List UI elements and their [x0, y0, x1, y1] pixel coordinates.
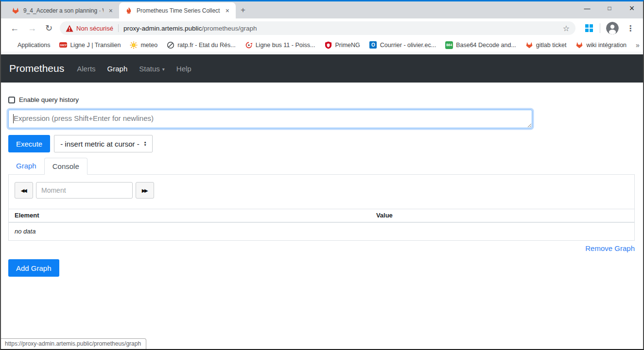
link-status-bar: https://proxy-admin.artemis.public/prome… — [1, 338, 146, 349]
query-history-row: Enable query history — [8, 96, 635, 103]
results-table: Element Value no data — [9, 209, 634, 240]
query-history-checkbox[interactable] — [8, 97, 15, 103]
fast-forward-button[interactable]: ▶▶ — [136, 182, 154, 199]
insert-metric-select[interactable]: - insert metric at cursor - ▴▾ — [54, 135, 152, 152]
new-tab-button[interactable]: + — [236, 5, 250, 15]
nav-item-help[interactable]: Help — [176, 65, 191, 73]
window-controls: — □ × — [576, 0, 643, 17]
browser-window: 9_4_Acceder a son planning · Wik × Prome… — [0, 0, 644, 350]
browser-menu-icon[interactable]: ⋮ — [623, 24, 638, 33]
address-bar[interactable]: Non sécurisé proxy-admin.artemis.public/… — [60, 21, 575, 35]
maximize-button[interactable]: □ — [598, 0, 621, 17]
add-graph-button[interactable]: Add Graph — [8, 259, 59, 277]
security-warning-label[interactable]: Non sécurisé — [76, 25, 113, 32]
bookmark-label: Applications — [17, 42, 50, 49]
gitlab-icon — [12, 7, 19, 15]
select-arrows-icon: ▴▾ — [144, 141, 146, 147]
remove-graph-link[interactable]: Remove Graph — [585, 244, 635, 252]
omnibox-separator — [118, 24, 119, 32]
browser-toolbar: ← → ↻ Non sécurisé proxy-admin.artemis.p… — [1, 18, 643, 38]
toolbar-separator — [600, 23, 600, 33]
prometheus-icon — [125, 7, 133, 15]
bookmark-label: meteo — [140, 42, 157, 49]
nav-item-graph[interactable]: Graph — [107, 65, 128, 73]
tab-prometheus[interactable]: Prometheus Time Series Collectio × — [119, 2, 236, 18]
bookmarks-overflow-icon[interactable]: » — [636, 41, 640, 49]
tab-title: Prometheus Time Series Collectio — [137, 7, 220, 14]
sun-icon — [130, 41, 138, 49]
result-tabs: Graph Console — [8, 158, 635, 174]
tab-gitlab-wiki[interactable]: 9_4_Acceder a son planning · Wik × — [6, 2, 119, 18]
bookmark-label: Ligne J | Transilien — [70, 42, 121, 49]
expression-input[interactable] — [8, 110, 532, 128]
bookmark-gitlab-ticket[interactable]: gitlab ticket — [525, 41, 567, 49]
query-history-label: Enable query history — [19, 96, 79, 103]
bookmark-wiki-integration[interactable]: wiki intégration — [575, 41, 627, 49]
primeng-shield-icon — [324, 41, 332, 49]
bookmark-label: Base64 Decode and... — [456, 42, 516, 49]
close-window-button[interactable]: × — [621, 0, 643, 17]
url-host: proxy-admin.artemis.public — [123, 25, 202, 32]
windows-extension-icon[interactable] — [585, 24, 593, 32]
minimize-button[interactable]: — — [576, 0, 598, 17]
main-content: Enable query history Execute - insert me… — [1, 83, 643, 277]
bookmark-meteo[interactable]: meteo — [130, 41, 157, 49]
tab-console[interactable]: Console — [44, 158, 87, 175]
bookmark-label: ratp.fr - Etat du Rés... — [177, 42, 236, 49]
nav-item-alerts[interactable]: Alerts — [77, 65, 95, 73]
bookmark-label: Ligne bus 11 - Poiss... — [256, 42, 315, 49]
tab-close-icon[interactable]: × — [224, 7, 231, 15]
column-header-element: Element — [9, 209, 370, 223]
bookmarks-bar: Applications SNCF Ligne J | Transilien m… — [1, 38, 643, 52]
bookmark-primeng[interactable]: PrimeNG — [324, 41, 360, 49]
gitlab-icon — [575, 41, 583, 49]
bookmark-base64[interactable]: B64 Base64 Decode and... — [445, 41, 516, 49]
bookmark-label: PrimeNG — [335, 42, 360, 49]
tab-strip: 9_4_Acceder a son planning · Wik × Prome… — [1, 1, 643, 18]
bookmark-label: gitlab ticket — [536, 42, 567, 49]
apps-grid-icon — [7, 41, 15, 49]
sncf-icon: SNCF — [59, 42, 67, 48]
moment-input[interactable] — [36, 182, 133, 199]
table-row: no data — [9, 222, 634, 240]
chevron-down-icon: ▾ — [162, 67, 165, 72]
tab-close-icon[interactable]: × — [107, 7, 114, 15]
bookmark-label: Courrier - olivier.ec... — [380, 42, 436, 49]
bus-route-icon — [245, 41, 253, 49]
bookmark-courrier[interactable]: O Courrier - olivier.ec... — [369, 41, 436, 49]
bookmark-ligne-j[interactable]: SNCF Ligne J | Transilien — [59, 41, 121, 49]
bookmark-ratp[interactable]: ratp.fr - Etat du Rés... — [167, 41, 236, 49]
warning-triangle-icon — [66, 25, 73, 32]
bookmark-applications[interactable]: Applications — [7, 41, 50, 49]
bookmark-ligne-bus-11[interactable]: Ligne bus 11 - Poiss... — [245, 41, 315, 49]
execute-button[interactable]: Execute — [8, 135, 50, 152]
rewind-button[interactable]: ◀◀ — [15, 182, 33, 199]
outlook-icon: O — [369, 41, 377, 49]
tab-title: 9_4_Acceder a son planning · Wik — [23, 7, 104, 14]
ratp-icon — [167, 41, 174, 49]
prometheus-navbar: Prometheus Alerts Graph Status ▾ Help — [1, 54, 643, 83]
reload-icon[interactable]: ↻ — [41, 23, 57, 33]
back-icon[interactable]: ← — [6, 23, 23, 33]
base64-icon: B64 — [445, 41, 453, 49]
bookmark-star-icon[interactable]: ☆ — [560, 24, 573, 33]
nav-item-status[interactable]: Status ▾ — [139, 65, 165, 73]
insert-metric-value: - insert metric at cursor - — [60, 140, 139, 148]
tab-graph[interactable]: Graph — [8, 158, 44, 174]
forward-icon[interactable]: → — [23, 23, 41, 33]
text-caret — [13, 114, 14, 123]
no-data-cell: no data — [9, 222, 634, 240]
profile-avatar[interactable] — [606, 22, 619, 34]
url-path: /prometheus/graph — [202, 25, 257, 32]
bookmark-label: wiki intégration — [586, 42, 627, 49]
gitlab-icon — [525, 41, 533, 49]
brand-prometheus[interactable]: Prometheus — [9, 63, 64, 74]
column-header-value: Value — [370, 209, 634, 223]
console-panel: ◀◀ ▶▶ Element Value no data — [8, 174, 635, 241]
